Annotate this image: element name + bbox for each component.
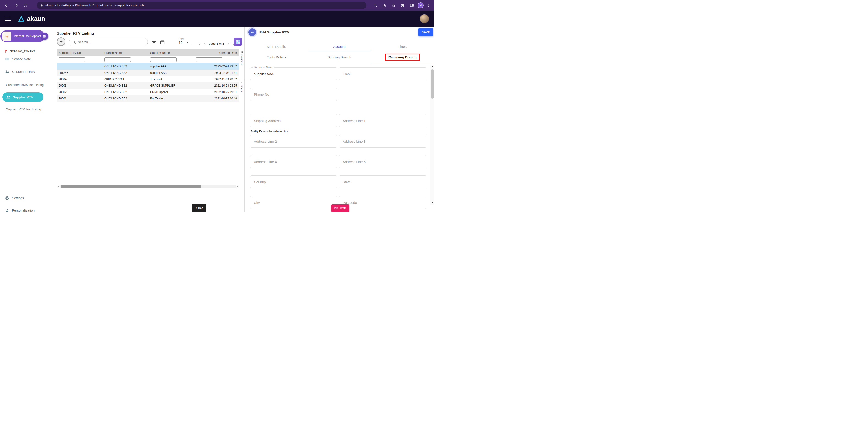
scroll-down-button[interactable] xyxy=(430,201,434,205)
tenant-icon xyxy=(5,50,8,53)
filter-input-branch[interactable] xyxy=(104,58,131,62)
page-indicator: page 1 of 1 xyxy=(209,42,224,45)
sidebar-item-settings[interactable]: Settings xyxy=(0,194,49,202)
sidebar-collapse-button[interactable] xyxy=(41,32,48,40)
sidebar-item-customer-rma[interactable]: Customer RMA xyxy=(0,68,49,75)
column-header-supplier[interactable]: Supplier Name xyxy=(148,51,194,55)
postcode-input[interactable] xyxy=(339,196,426,209)
scrollbar-thumb[interactable] xyxy=(61,185,201,188)
scrollbar-thumb[interactable] xyxy=(431,69,434,99)
filter-input-supplier[interactable] xyxy=(150,58,177,62)
bookmark-star-icon[interactable] xyxy=(390,1,397,9)
address-line-5-input[interactable] xyxy=(339,155,426,168)
address-line-4-input[interactable] xyxy=(250,155,337,168)
layout-view-icon[interactable] xyxy=(160,40,165,46)
address-line-4-field xyxy=(250,155,337,168)
filter-list-icon[interactable] xyxy=(152,40,157,46)
cell-created: 2022-11-09 23:32 xyxy=(194,78,239,81)
zoom-icon[interactable] xyxy=(371,1,379,9)
column-header-branch[interactable]: Branch Name xyxy=(102,51,148,55)
table-row[interactable]: 201245 ONE LIVING SS2 supplier AAA 2023-… xyxy=(57,70,239,76)
table-filter-row xyxy=(57,56,239,63)
column-header-created[interactable]: Created Date xyxy=(194,51,239,55)
grid-view-button[interactable] xyxy=(234,37,242,46)
address-line-5-field xyxy=(339,155,427,168)
first-page-button[interactable] xyxy=(196,41,202,46)
prev-page-button[interactable] xyxy=(202,41,207,46)
table-side-strip: Columns Filters xyxy=(239,49,245,103)
sidebar-item-label: Supplier RTV line Listing xyxy=(6,108,41,111)
hamburger-menu-icon[interactable] xyxy=(5,17,11,21)
browser-profile-avatar[interactable]: N xyxy=(417,2,424,8)
sidebar-item-service-note[interactable]: Service Note xyxy=(0,55,49,63)
sidebar-item-customer-rma-line-listing[interactable]: Customer RMA line Listing xyxy=(0,81,49,89)
country-input[interactable] xyxy=(250,176,337,188)
user-avatar[interactable] xyxy=(420,14,429,23)
address-bar[interactable]: akaun.cloud/#/applet/tnt/wavelet/erp/int… xyxy=(37,2,367,9)
back-button[interactable] xyxy=(248,28,256,36)
scrollbar-track[interactable] xyxy=(60,185,236,188)
scroll-left-button[interactable] xyxy=(57,185,60,188)
sidebar-item-label: Supplier RTV xyxy=(13,95,33,99)
add-button[interactable] xyxy=(57,37,65,46)
scroll-right-button[interactable] xyxy=(236,185,239,188)
columns-strip-tab[interactable]: Columns xyxy=(240,49,244,80)
state-input[interactable] xyxy=(339,176,426,188)
email-input[interactable] xyxy=(339,67,426,80)
table-row[interactable]: 20003 ONE LIVING SS2 GRACE SUPPLIER 2022… xyxy=(57,83,239,89)
browser-forward-icon[interactable] xyxy=(12,1,20,9)
address-line-1-input[interactable] xyxy=(339,115,426,127)
filter-input-created[interactable] xyxy=(196,58,222,62)
subtab-sending-branch[interactable]: Sending Branch xyxy=(308,51,371,63)
shipping-address-input[interactable] xyxy=(250,115,337,127)
table-row[interactable]: ONE LIVING SS2 supplier AAA 2023-02-24 2… xyxy=(57,63,239,70)
recipient-name-input[interactable] xyxy=(250,67,337,80)
tenant-name: STAGING_TENANT xyxy=(10,50,35,53)
search-input[interactable] xyxy=(78,40,145,44)
rows-label: Rows xyxy=(179,37,192,40)
tab-lines[interactable]: Lines xyxy=(371,42,434,51)
menu-dots-icon[interactable] xyxy=(426,1,431,9)
browser-back-icon[interactable] xyxy=(3,1,11,9)
table-row[interactable]: 20002 ONE LIVING SS2 CRM Supplier 2022-1… xyxy=(57,89,239,95)
cell-branch: ONE LIVING SS2 xyxy=(102,97,148,100)
cell-branch: ONE LIVING SS2 xyxy=(102,90,148,94)
sidebar-item-supplier-rtv[interactable]: Supplier RTV xyxy=(2,92,43,102)
applet-pill[interactable]: logo Internal RMA Applet xyxy=(0,30,45,42)
address-line-3-input[interactable] xyxy=(339,135,426,148)
share-icon[interactable] xyxy=(380,1,388,9)
delete-button[interactable]: DELETE xyxy=(332,205,349,212)
extensions-puzzle-icon[interactable] xyxy=(399,1,406,9)
filter-input-rtv-no[interactable] xyxy=(59,58,85,62)
phone-input[interactable] xyxy=(250,88,337,100)
save-button[interactable]: SAVE xyxy=(418,28,433,36)
subtab-receiving-branch[interactable]: Receiving Branch xyxy=(371,51,434,63)
state-field xyxy=(339,175,427,188)
gear-icon xyxy=(5,196,9,200)
people-icon xyxy=(5,69,10,74)
tab-main-details[interactable]: Main Details xyxy=(245,42,308,51)
column-header-rtv-no[interactable]: Supplier RTV No xyxy=(57,51,102,55)
plus-icon xyxy=(59,40,63,44)
table-row[interactable]: 20001 ONE LIVING SS2 BugTesting 2022-10-… xyxy=(57,95,239,102)
side-panel-icon[interactable] xyxy=(408,1,416,9)
tab-account[interactable]: Account xyxy=(308,42,371,51)
detail-tabs: Main Details Account Lines xyxy=(245,42,434,51)
sidebar-item-supplier-rtv-line-listing[interactable]: Supplier RTV line Listing xyxy=(0,105,49,113)
next-page-button[interactable] xyxy=(226,41,231,46)
tenant-row[interactable]: STAGING_TENANT xyxy=(5,50,35,53)
subtab-entity-details[interactable]: Entity Details xyxy=(245,51,308,63)
filters-strip-tab[interactable]: Filters xyxy=(240,80,244,103)
email-field xyxy=(339,67,427,80)
address-line-2-input[interactable] xyxy=(250,135,337,148)
cell-supplier: BugTesting xyxy=(148,97,194,100)
scroll-up-button[interactable] xyxy=(430,65,434,68)
rows-per-page-select[interactable]: Rows 10 xyxy=(179,37,192,45)
browser-reload-icon[interactable] xyxy=(21,1,29,9)
city-input[interactable] xyxy=(250,196,337,209)
sidebar-item-label: Customer RMA line Listing xyxy=(6,83,44,87)
columns-icon xyxy=(241,51,243,53)
chat-button[interactable]: Chat xyxy=(192,204,207,212)
table-row[interactable]: 20004 AKIB BRANCH Test_rout 2022-11-09 2… xyxy=(57,76,239,83)
sidebar-item-personalization[interactable]: Personalization xyxy=(0,207,49,212)
